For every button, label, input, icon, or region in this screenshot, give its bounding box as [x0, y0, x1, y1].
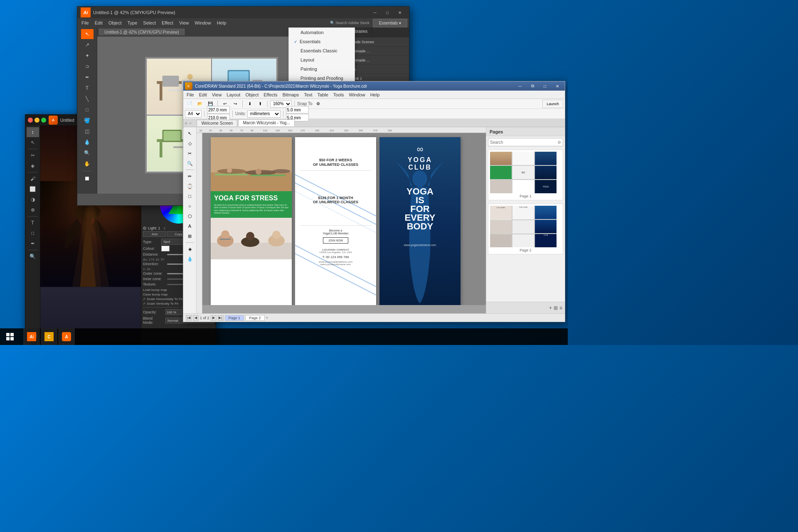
cdr-shape-tool[interactable]: ◇ [185, 139, 195, 148]
ai-menu-select[interactable]: Select [140, 20, 158, 26]
cdr-restore-btn[interactable]: ⧉ [527, 82, 538, 90]
ai-menu-edit[interactable]: Edit [92, 20, 105, 26]
cdr-rect-tool[interactable]: □ [185, 192, 195, 201]
cdr-menu-effects[interactable]: Effects [261, 91, 280, 98]
dropdown-automation[interactable]: Automation [289, 28, 355, 37]
pages-list-icon[interactable]: ≡ [559, 305, 562, 311]
aff-erase-tool[interactable]: ⬜ [27, 184, 39, 194]
cdr-home-icon[interactable]: ⌂ [185, 121, 187, 125]
cdr-zoom-tool[interactable]: 🔍 [185, 159, 195, 168]
ai-menu-effect[interactable]: Effect [159, 20, 176, 26]
aff-dodge-tool[interactable]: ◑ [27, 195, 39, 204]
cdr-width-input[interactable] [207, 106, 230, 113]
aff-clone-tool[interactable]: ⊕ [27, 205, 39, 215]
taskbar-cdr-icon[interactable]: C [41, 328, 57, 345]
aff-select-tool[interactable]: ↖ [27, 138, 39, 148]
dropdown-essentials[interactable]: Essentials [289, 37, 355, 46]
add-light-btn[interactable]: Add [143, 231, 166, 237]
start-button[interactable] [0, 328, 20, 345]
cdr-paper-size-select[interactable]: A4 [185, 110, 202, 118]
cdr-text-tool[interactable]: A [185, 222, 195, 231]
aff-pen-tool[interactable]: ✒ [27, 239, 39, 249]
cdr-units-select[interactable]: millimeters [247, 110, 281, 118]
aff-maximize-btn[interactable] [41, 118, 46, 123]
cdr-page2-tab[interactable]: Page 2 [245, 315, 265, 321]
cdr-eyedropper-tool[interactable]: 💧 [185, 254, 195, 264]
cdr-menu-file[interactable]: File [184, 91, 197, 98]
taskbar-ai-icon[interactable]: Ai [23, 328, 40, 345]
cdr-poly-tool[interactable]: ⬡ [185, 212, 195, 221]
ai-gradient-tool[interactable]: ◫ [81, 126, 94, 136]
join-now-btn[interactable]: JOIN NOW [323, 237, 348, 244]
essentials-dropdown-btn[interactable]: Essentials ▾ [373, 19, 407, 27]
cdr-menu-text[interactable]: Text [301, 91, 315, 98]
cdr-menu-view[interactable]: View [209, 91, 224, 98]
cdr-menu-help[interactable]: Help [368, 91, 382, 98]
ai-direct-select-tool[interactable]: ↗ [81, 40, 94, 50]
aff-text-tool[interactable]: T [27, 218, 39, 228]
ai-close-btn[interactable]: ✕ [394, 9, 406, 16]
ai-zoom-tool[interactable]: 🔍 [81, 148, 94, 158]
cdr-document-tab[interactable]: Marcin Wilczynski - Yog... [238, 119, 294, 126]
cdr-menu-table[interactable]: Table [315, 91, 331, 98]
ai-menu-window[interactable]: Window [192, 20, 214, 26]
ai-menu-view[interactable]: View [177, 20, 192, 26]
cdr-menu-edit[interactable]: Edit [197, 91, 209, 98]
cdr-freehand-tool[interactable]: ✏ [185, 172, 195, 181]
ai-select-tool[interactable]: ↖ [81, 29, 94, 39]
cdr-launch-btn[interactable]: Launch [542, 100, 563, 108]
dropdown-essentials-classic[interactable]: Essentials Classic [289, 46, 355, 55]
cdr-x-input[interactable] [286, 106, 309, 113]
ai-text-tool[interactable]: T [81, 83, 94, 93]
cdr-page1-tab[interactable]: Page 1 [225, 315, 244, 321]
cdr-back-icon[interactable]: ← [189, 121, 192, 125]
cdr-menu-layout[interactable]: Layout [224, 91, 243, 98]
ai-maximize-btn[interactable]: □ [382, 9, 393, 16]
ai-menu-type[interactable]: Type [125, 20, 140, 26]
cdr-ellipse-tool[interactable]: ○ [185, 202, 195, 211]
cdr-export-btn[interactable]: ⬆ [256, 100, 265, 108]
aff-move-tool[interactable]: ↕ [27, 127, 39, 137]
ai-lasso-tool[interactable]: ⊃ [81, 62, 94, 71]
cdr-welcome-tab[interactable]: Welcome Screen [197, 120, 237, 126]
cdr-maximize-btn[interactable]: □ [539, 82, 551, 90]
cdr-import-btn[interactable]: ⬇ [245, 100, 254, 108]
ai-menu-help[interactable]: Help [214, 20, 229, 26]
cdr-last-page-btn[interactable]: ▶| [218, 315, 224, 321]
aff-shape-tool[interactable]: □ [27, 228, 39, 238]
aff-brush-tool[interactable]: 🖌 [27, 174, 39, 184]
cdr-redo-btn[interactable]: ↪ [231, 100, 240, 108]
cdr-select-tool[interactable]: ↖ [185, 129, 195, 138]
page1-thumbnail[interactable]: $50 YOGA Page 1 [488, 150, 563, 200]
aff-minimize-btn[interactable] [34, 118, 39, 123]
ai-line-tool[interactable]: ╲ [81, 94, 94, 104]
ai-rect-tool[interactable]: □ [81, 105, 94, 115]
cdr-prev-page-btn[interactable]: ◀ [193, 315, 199, 321]
light-colour-swatch[interactable] [161, 246, 170, 251]
cdr-menu-tools[interactable]: Tools [331, 91, 347, 98]
pages-grid-icon[interactable]: ⊞ [554, 305, 558, 311]
cdr-first-page-btn[interactable]: |◀ [186, 315, 192, 321]
ai-menu-object[interactable]: Object [106, 20, 124, 26]
cdr-open-btn[interactable]: 📂 [195, 100, 204, 108]
opacity-input[interactable] [165, 309, 182, 315]
ai-hand-tool[interactable]: ✋ [81, 159, 94, 169]
ai-magic-wand-tool[interactable]: ✦ [81, 51, 94, 61]
cdr-menu-window[interactable]: Window [347, 91, 368, 98]
cdr-smart-tool[interactable]: ⌚ [185, 182, 195, 191]
taskbar-affinity-icon[interactable]: A [58, 328, 75, 345]
cdr-menu-bitmaps[interactable]: Bitmaps [280, 91, 302, 98]
pages-search-input[interactable] [488, 140, 556, 145]
ai-eyedropper[interactable]: 💧 [81, 137, 94, 147]
cdr-snap-btn[interactable]: ⚙ [314, 100, 323, 108]
aff-crop-tool[interactable]: ✂ [27, 150, 39, 160]
ai-paint-bucket[interactable]: 🪣 [81, 116, 94, 126]
aff-fill-tool[interactable]: ◈ [27, 161, 39, 171]
aff-zoom-tool[interactable]: 🔍 [27, 251, 39, 261]
pages-add-icon[interactable]: + [549, 305, 552, 311]
cdr-next-page-btn[interactable]: ▶ [211, 315, 217, 321]
ai-pen-tool[interactable]: ✒ [81, 72, 94, 82]
ai-fill-indicator[interactable]: ■ [81, 173, 94, 183]
page2-thumbnail[interactable]: LIVE WHAT YOU LOVE CLUB [488, 204, 563, 254]
cdr-fill-tool[interactable]: ◈ [185, 244, 195, 254]
